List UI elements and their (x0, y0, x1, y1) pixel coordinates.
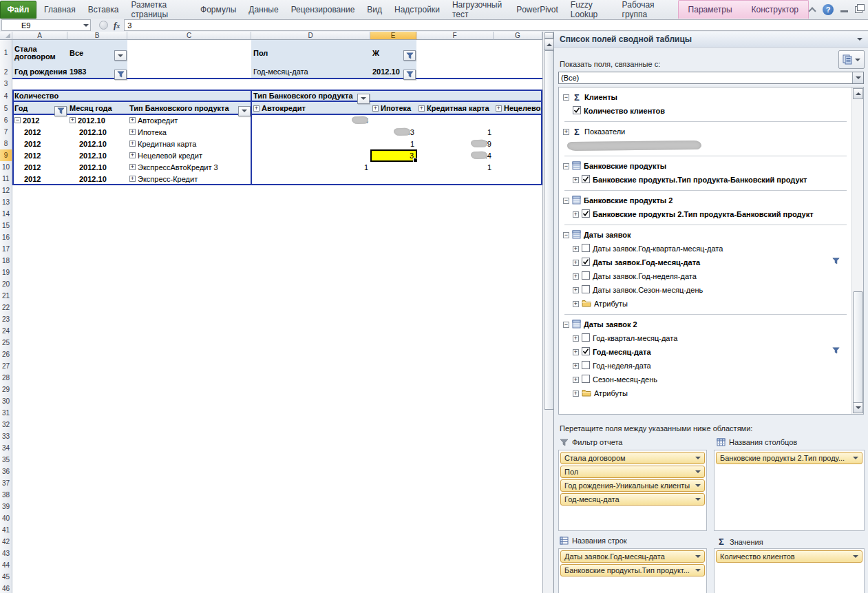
field-checkbox[interactable] (582, 175, 590, 185)
scroll-up-icon[interactable] (544, 39, 554, 50)
cell-B7[interactable]: 2012.10 (67, 126, 128, 138)
column-header-D[interactable]: D (251, 32, 370, 40)
row-header-34[interactable]: 34 (0, 442, 12, 455)
report-filter-area[interactable]: Стала договоромПолГод рождения-Уникальны… (558, 450, 707, 531)
cell-G36[interactable] (494, 466, 542, 478)
cell-D15[interactable] (251, 220, 371, 232)
cell-A35[interactable] (12, 454, 68, 466)
cell-E44[interactable] (370, 559, 417, 572)
row-header-16[interactable]: 16 (0, 231, 12, 244)
row-header-12[interactable]: 12 (0, 185, 12, 197)
cell-C30[interactable] (127, 395, 252, 408)
cell-E28[interactable] (370, 372, 417, 384)
cell-F45[interactable] (416, 571, 494, 583)
cell-F36[interactable] (416, 466, 494, 478)
cell-G23[interactable] (494, 313, 542, 326)
cell-G14[interactable] (494, 208, 542, 220)
cell-G44[interactable] (494, 559, 542, 572)
cell-A43[interactable] (12, 548, 68, 560)
cell-D14[interactable] (251, 208, 371, 220)
cell-A39[interactable] (12, 501, 68, 513)
cell-C12[interactable] (127, 185, 252, 197)
cell-B45[interactable] (67, 571, 128, 583)
cell-F14[interactable] (416, 208, 494, 220)
cell-D17[interactable] (251, 243, 371, 256)
tree-group-даты-заявок-2[interactable]: −Даты заявок 2 (559, 318, 852, 331)
cell-B24[interactable] (67, 325, 128, 337)
column-labels-area[interactable]: Банковские продукты 2.Тип проду... (714, 450, 865, 531)
values-area[interactable]: Количество клиентов (714, 548, 865, 593)
row-header-43[interactable]: 43 (0, 548, 12, 560)
cell-C13[interactable] (127, 196, 252, 209)
cell-E8[interactable]: 1 (370, 138, 417, 150)
cell-G2[interactable] (494, 65, 542, 79)
pill-dropdown-icon[interactable] (853, 555, 858, 558)
cell-F34[interactable] (416, 442, 494, 455)
cell-A8[interactable]: 2012 (12, 138, 68, 150)
field-pill-report-filter[interactable]: Пол (560, 466, 705, 478)
ribbon-tab-главная[interactable]: Главная (38, 0, 82, 19)
cell-D37[interactable] (251, 477, 371, 490)
cell-C41[interactable] (127, 524, 252, 537)
cell-G6[interactable] (494, 114, 542, 127)
cell-E34[interactable] (370, 442, 417, 455)
cell-G8[interactable] (494, 138, 542, 150)
cell-E24[interactable] (370, 325, 417, 337)
cell-C23[interactable] (127, 313, 252, 326)
restore-icon[interactable] (855, 6, 862, 13)
cell-F26[interactable] (416, 348, 494, 361)
cell-B23[interactable] (67, 313, 128, 326)
row-header-22[interactable]: 22 (0, 302, 12, 314)
expand-icon[interactable]: + (129, 141, 136, 147)
field-list-scrollbar[interactable] (851, 87, 863, 414)
name-box-dropdown-icon[interactable] (81, 20, 90, 30)
cell-A41[interactable] (12, 524, 68, 537)
cell-E36[interactable] (370, 466, 417, 478)
field-pill-report-filter[interactable]: Год-месяц-дата (560, 493, 705, 506)
row-header-35[interactable]: 35 (0, 454, 12, 466)
cell-D32[interactable] (251, 419, 371, 431)
row-header-46[interactable]: 46 (0, 583, 12, 593)
cell-C37[interactable] (127, 477, 252, 490)
tree-field-сезон-месяц-день[interactable]: +Сезон-месяц-день (559, 373, 852, 386)
cell-E39[interactable] (370, 501, 417, 513)
column-header-E[interactable]: E (370, 32, 416, 40)
ribbon-tab-разметка-страницы[interactable]: Разметка страницы (125, 0, 194, 19)
cell-D46[interactable] (251, 583, 371, 593)
tree-group-даты-заявок[interactable]: −Даты заявок (559, 228, 852, 242)
column-header-B[interactable]: B (67, 32, 127, 40)
cell-B38[interactable] (67, 489, 128, 501)
cell-D13[interactable] (251, 196, 371, 209)
cell-F12[interactable] (416, 185, 494, 197)
file-tab[interactable]: Файл (0, 1, 36, 19)
tree-field-даты-заявок-год-неделя-дата[interactable]: +Даты заявок.Год-неделя-дата (559, 269, 852, 283)
cell-G7[interactable] (494, 126, 542, 138)
cell-C46[interactable] (127, 583, 252, 593)
contextual-tab-параметры[interactable]: Параметры (679, 1, 742, 19)
field-pill-values[interactable]: Количество клиентов (716, 550, 862, 563)
row-header-1[interactable]: 1 (0, 40, 12, 66)
cell-B10[interactable]: 2012.10 (67, 161, 128, 174)
cell-B35[interactable] (67, 454, 128, 466)
cell-A17[interactable] (12, 243, 68, 256)
cell-B22[interactable] (67, 302, 128, 314)
cell-D12[interactable] (251, 185, 371, 197)
row-header-30[interactable]: 30 (0, 395, 12, 408)
cell-G20[interactable] (494, 278, 542, 291)
panel-menu-icon[interactable] (857, 38, 862, 41)
filter-funnel-button[interactable] (403, 50, 416, 61)
cell-C8[interactable]: +Кредитная карта (127, 138, 252, 150)
cell-C10[interactable]: +ЭкспрессАвтоКредит 3 (127, 161, 252, 174)
ribbon-tab-данные[interactable]: Данные (242, 0, 284, 19)
cell-B17[interactable] (67, 243, 128, 256)
cell-E18[interactable] (370, 255, 417, 267)
cell-E46[interactable] (370, 583, 417, 593)
cell-F25[interactable] (416, 337, 494, 349)
cell-F43[interactable] (416, 548, 494, 560)
row-header-24[interactable]: 24 (0, 325, 12, 337)
cell-F13[interactable] (416, 196, 494, 209)
expand-icon[interactable]: + (129, 164, 136, 170)
cell-C25[interactable] (127, 337, 252, 349)
cell-A3[interactable] (12, 78, 68, 90)
cell-C35[interactable] (127, 454, 252, 466)
